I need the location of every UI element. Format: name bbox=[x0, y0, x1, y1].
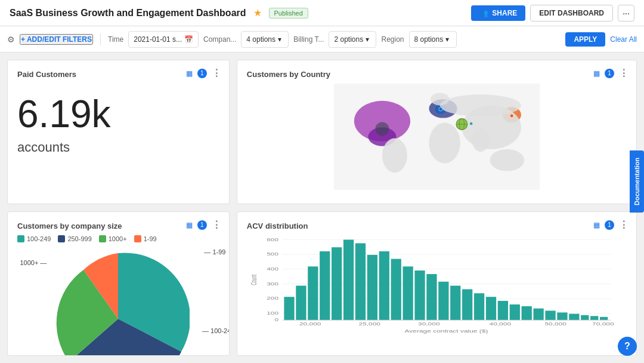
svg-rect-61 bbox=[590, 316, 598, 320]
svg-rect-41 bbox=[355, 243, 366, 320]
clear-all-button[interactable]: Clear All bbox=[610, 35, 637, 44]
acv-chart-container: 600 500 400 300 200 100 0 Count bbox=[247, 235, 627, 338]
region-filter[interactable]: 8 options ▾ bbox=[409, 31, 457, 48]
legend-color-100-249 bbox=[17, 235, 24, 242]
chevron-down-icon-3: ▾ bbox=[445, 35, 449, 44]
customers-by-country-title: Customers by Country bbox=[247, 70, 627, 79]
add-edit-filters-button[interactable]: + ADD/EDIT FILTERS bbox=[20, 34, 93, 45]
region-label: Region bbox=[381, 35, 404, 44]
card-more-button[interactable]: ⋮ bbox=[212, 67, 222, 79]
billing-filter[interactable]: 2 options ▾ bbox=[329, 31, 376, 48]
svg-rect-40 bbox=[343, 239, 354, 320]
acv-card-more-button[interactable]: ⋮ bbox=[619, 219, 629, 230]
chevron-down-icon-2: ▾ bbox=[366, 35, 369, 44]
svg-rect-48 bbox=[438, 282, 448, 320]
share-button[interactable]: 👥 SHARE bbox=[471, 5, 525, 21]
svg-rect-47 bbox=[426, 274, 436, 320]
company-filter[interactable]: 4 options ▾ bbox=[241, 31, 289, 48]
svg-text:200: 200 bbox=[267, 296, 279, 301]
legend-item-1-99: 1-99 bbox=[134, 235, 157, 242]
svg-rect-45 bbox=[402, 266, 413, 320]
map-card-more-button[interactable]: ⋮ bbox=[619, 67, 629, 79]
metric-value: 6.19k bbox=[17, 93, 219, 135]
filter-count-badge: 1 bbox=[197, 69, 207, 78]
filter-icon-acv[interactable]: ▦ bbox=[593, 221, 600, 229]
paid-customers-actions: ▦ 1 ⋮ bbox=[186, 67, 222, 79]
filter-icon-pie[interactable]: ▦ bbox=[186, 221, 193, 229]
company-label: Compan... bbox=[203, 35, 236, 44]
acv-card-actions: ▦ 1 ⋮ bbox=[593, 219, 629, 230]
filter-count-badge-pie: 1 bbox=[197, 220, 207, 230]
svg-text:100: 100 bbox=[267, 311, 279, 316]
svg-point-8 bbox=[490, 149, 524, 171]
svg-rect-49 bbox=[450, 286, 460, 321]
label-1000plus: 1000+ — bbox=[20, 259, 47, 266]
legend-label-100-249: 100-249 bbox=[27, 235, 51, 242]
svg-point-6 bbox=[382, 139, 407, 173]
legend-color-1000 bbox=[99, 235, 106, 242]
size-card-actions: ▦ 1 ⋮ bbox=[186, 219, 222, 230]
gear-icon[interactable]: ⚙ bbox=[7, 35, 15, 44]
edit-dashboard-button[interactable]: EDIT DASHBOARD bbox=[530, 5, 613, 21]
paid-customers-card: Paid Customers ▦ 1 ⋮ 6.19k accounts bbox=[7, 60, 230, 204]
svg-text:30,000: 30,000 bbox=[418, 322, 440, 327]
legend-color-1-99 bbox=[134, 235, 141, 242]
svg-text:300: 300 bbox=[267, 282, 279, 287]
published-badge: Published bbox=[269, 8, 308, 19]
label-100-249: — 100-249 bbox=[202, 327, 230, 334]
metric-label: accounts bbox=[17, 140, 219, 155]
svg-rect-53 bbox=[498, 301, 508, 320]
customers-by-size-card: Customers by company size ▦ 1 ⋮ 100-249 … bbox=[7, 211, 230, 356]
svg-point-18 bbox=[469, 122, 472, 125]
legend-item-100-249: 100-249 bbox=[17, 235, 51, 242]
svg-rect-58 bbox=[557, 312, 567, 320]
svg-text:400: 400 bbox=[267, 267, 279, 272]
header: SaaS Business Growth and Engagement Dash… bbox=[0, 0, 644, 26]
documentation-tab[interactable]: Documentation bbox=[630, 150, 644, 213]
time-filter[interactable]: 2021-01-01 s... 📅 bbox=[128, 31, 199, 48]
svg-text:0: 0 bbox=[274, 318, 278, 322]
svg-rect-50 bbox=[462, 289, 472, 320]
header-actions: 👥 SHARE EDIT DASHBOARD ··· bbox=[471, 5, 634, 21]
country-card-actions: ▦ 1 ⋮ bbox=[593, 67, 629, 79]
pie-legend: 100-249 250-999 1000+ 1-99 bbox=[17, 235, 219, 242]
legend-label-250-999: 250-999 bbox=[67, 235, 91, 242]
filter-icon-map[interactable]: ▦ bbox=[593, 69, 600, 78]
svg-text:50,000: 50,000 bbox=[544, 322, 566, 327]
svg-rect-51 bbox=[474, 293, 484, 320]
svg-point-7 bbox=[429, 122, 460, 163]
filter-icon[interactable]: ▦ bbox=[186, 69, 193, 78]
legend-item-250-999: 250-999 bbox=[58, 235, 91, 242]
svg-text:Average contract value ($): Average contract value ($) bbox=[404, 329, 488, 334]
dashboard: Paid Customers ▦ 1 ⋮ 6.19k accounts Cust… bbox=[0, 53, 644, 363]
svg-rect-35 bbox=[284, 297, 294, 320]
svg-rect-43 bbox=[379, 251, 389, 320]
help-button[interactable]: ? bbox=[618, 337, 637, 356]
svg-text:600: 600 bbox=[267, 237, 279, 242]
billing-label: Billing T... bbox=[293, 35, 324, 44]
apply-button[interactable]: APPLY bbox=[565, 32, 605, 47]
pie-chart-area: — 1-99 — 100-249 1000+ — 250-999 — bbox=[17, 247, 219, 356]
svg-text:500: 500 bbox=[267, 252, 279, 257]
svg-rect-44 bbox=[391, 259, 401, 320]
more-options-button[interactable]: ··· bbox=[618, 5, 634, 21]
legend-label-1000: 1000+ bbox=[109, 235, 127, 242]
customers-by-country-card: Customers by Country ▦ 1 ⋮ bbox=[237, 60, 637, 204]
svg-rect-60 bbox=[581, 315, 589, 320]
svg-point-10 bbox=[440, 94, 521, 116]
pie-svg bbox=[47, 247, 190, 356]
star-icon[interactable]: ★ bbox=[253, 7, 262, 19]
calendar-icon: 📅 bbox=[184, 35, 193, 44]
svg-text:70,000: 70,000 bbox=[592, 322, 614, 327]
svg-rect-39 bbox=[332, 247, 342, 320]
filter-separator bbox=[100, 33, 101, 45]
svg-rect-37 bbox=[308, 266, 318, 320]
pie-card-more-button[interactable]: ⋮ bbox=[212, 219, 222, 230]
svg-point-16 bbox=[439, 107, 442, 111]
svg-point-19 bbox=[375, 122, 389, 136]
svg-rect-52 bbox=[486, 297, 496, 320]
pie-chart-container: — 1-99 — 100-249 1000+ — 250-999 — bbox=[47, 247, 190, 356]
svg-text:25,000: 25,000 bbox=[358, 322, 380, 327]
svg-rect-62 bbox=[600, 317, 608, 320]
svg-text:20,000: 20,000 bbox=[299, 322, 321, 327]
